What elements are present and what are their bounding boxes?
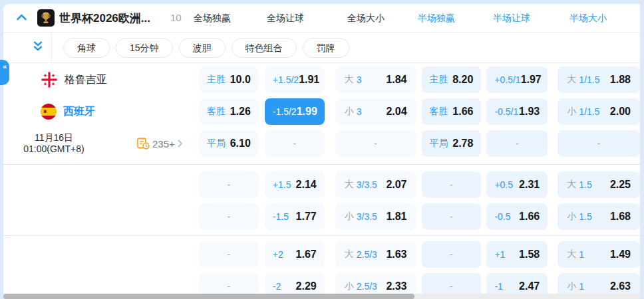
odds-label-group: +0.5 xyxy=(494,179,513,190)
odds-label-group: 大2.5/3 xyxy=(345,249,377,260)
collapse-sidebar-tab[interactable]: « xyxy=(0,60,9,85)
odds-value: 2.33 xyxy=(386,280,406,292)
market-pill-5[interactable]: 罚牌 xyxy=(303,38,349,58)
odds-value: 1.63 xyxy=(386,249,406,260)
scrollbar-thumb[interactable] xyxy=(3,294,414,299)
odds-label-group: +1.5 xyxy=(273,179,291,190)
header-tab-2[interactable]: 全场让球 xyxy=(267,13,304,25)
odds-cell[interactable]: 小32.04 xyxy=(335,98,416,125)
odds-cell[interactable]: 大1.52.25 xyxy=(558,171,640,198)
odds-value: 2.04 xyxy=(386,106,406,118)
home-team-name[interactable]: 格鲁吉亚 xyxy=(65,73,107,87)
odds-cell[interactable]: 主胜10.0 xyxy=(199,66,259,93)
odds-value: 1.84 xyxy=(386,74,406,86)
odds-cell[interactable]: +0.5/11.97 xyxy=(486,66,548,93)
market-pill-3[interactable]: 波胆 xyxy=(179,38,226,58)
odds-cell[interactable]: 主胜8.20 xyxy=(422,66,482,93)
odds-cell[interactable]: 大31.84 xyxy=(335,66,416,93)
odds-value: 1.66 xyxy=(452,106,473,118)
league-title[interactable]: 世界杯2026欧洲... xyxy=(59,11,150,26)
odds-cell[interactable]: -1.51.77 xyxy=(265,203,325,230)
double-chevron-left-icon: « xyxy=(3,62,7,70)
odds-cell[interactable]: 小3/3.51.81 xyxy=(335,203,416,230)
odds-label: 1.5 xyxy=(579,179,591,190)
expand-all-button[interactable] xyxy=(33,41,43,55)
odds-label-group: -1.5 xyxy=(273,211,289,222)
header-tab-3[interactable]: 全场大小 xyxy=(347,13,385,25)
odds-label: +0.5 xyxy=(494,179,513,190)
over-under-direction: 大 xyxy=(567,179,576,191)
odds-cell[interactable]: 小1/1.52.00 xyxy=(558,98,640,125)
odds-label-group: 主胜 xyxy=(430,74,448,86)
over-under-direction: 小 xyxy=(345,280,354,292)
odds-cell[interactable]: +1.5/21.91 xyxy=(265,66,325,93)
odds-label: 3 xyxy=(357,106,362,117)
odds-cell[interactable]: 大2.5/31.63 xyxy=(335,241,416,268)
market-count: 10 xyxy=(170,12,182,23)
market-pill-4[interactable]: 特色组合 xyxy=(232,38,297,58)
odds-cell[interactable]: +0.52.31 xyxy=(486,171,548,198)
header-tab-6[interactable]: 半场大小 xyxy=(569,13,607,25)
odds-value: 2.31 xyxy=(519,179,540,191)
odds-cell[interactable]: 大11.49 xyxy=(558,241,640,268)
header-tab-4[interactable]: 半场独赢 xyxy=(418,13,455,25)
horizontal-scrollbar[interactable] xyxy=(3,294,640,299)
odds-cell[interactable]: 大3/3.52.07 xyxy=(335,171,416,198)
odds-label: 平局 xyxy=(207,138,226,150)
home-team-row: 格鲁吉亚 xyxy=(3,66,107,93)
markets-list-icon xyxy=(137,138,150,150)
odds-cell[interactable]: 客胜1.26 xyxy=(199,98,259,125)
odds-label: 1/1.5 xyxy=(579,74,599,85)
odds-label-group: 大1.5 xyxy=(567,179,591,191)
over-under-direction: 大 xyxy=(345,249,354,260)
odds-label: -1.5 xyxy=(273,211,289,222)
odds-cell[interactable]: -0.51.66 xyxy=(486,203,548,230)
collapse-league-button[interactable] xyxy=(16,13,27,22)
odds-label: -1 xyxy=(494,281,502,292)
odds-label-group: -2 xyxy=(273,281,281,292)
odds-cell[interactable]: -0.5/11.93 xyxy=(486,98,548,125)
away-team-name[interactable]: 西班牙 xyxy=(63,105,95,119)
odds-cell[interactable]: 小1.51.68 xyxy=(558,203,640,230)
odds-label: -0.5/1 xyxy=(494,106,518,117)
market-pill-1[interactable]: 角球 xyxy=(63,38,110,58)
odds-label: +1 xyxy=(494,249,505,260)
odds-label-group: 大3 xyxy=(345,74,362,86)
market-pills: 角球15分钟波胆特色组合罚牌 xyxy=(63,38,349,58)
odds-value: 1.88 xyxy=(610,74,631,86)
header-tab-5[interactable]: 半场让球 xyxy=(493,13,530,25)
odds-value: 2.47 xyxy=(519,280,540,292)
fixture-column: 格鲁吉亚 西班牙 11月16日 xyxy=(3,63,200,299)
odds-cell[interactable]: +1.52.14 xyxy=(265,171,325,198)
odds-content: 主胜10.0+1.5/21.91大31.84主胜8.20+0.5/11.97大1… xyxy=(3,63,640,299)
odds-label-group: 平局 xyxy=(207,138,226,150)
odds-value: 2.78 xyxy=(452,138,473,150)
kickoff-date: 11月16日 xyxy=(3,132,104,144)
odds-label: 3/3.5 xyxy=(357,211,377,222)
odds-value: 6.10 xyxy=(230,138,251,150)
market-pill-2[interactable]: 15分钟 xyxy=(116,38,173,58)
odds-cell[interactable]: 平局6.10 xyxy=(199,130,259,157)
odds-label: -1.5/2 xyxy=(273,106,297,117)
over-under-direction: 大 xyxy=(567,74,576,86)
odds-value: 2.14 xyxy=(296,179,317,191)
odds-label: -2 xyxy=(273,281,281,292)
odds-cell[interactable]: 客胜1.66 xyxy=(422,98,482,125)
more-markets-link[interactable]: 235+ xyxy=(137,130,183,157)
market-toolbar: 角球15分钟波胆特色组合罚牌 xyxy=(3,33,640,63)
odds-label: 1 xyxy=(579,281,584,292)
chevron-up-icon xyxy=(16,13,27,22)
odds-label-group: +2 xyxy=(273,249,283,260)
odds-cell[interactable]: -1.5/21.99 xyxy=(265,98,325,125)
odds-label: 1.5 xyxy=(579,211,591,222)
odds-cell[interactable]: +21.67 xyxy=(265,241,325,268)
odds-label-group: 大1/1.5 xyxy=(567,74,599,86)
odds-cell[interactable]: 大1/1.51.88 xyxy=(558,66,640,93)
odds-cell-empty: - xyxy=(422,171,482,198)
header-tab-1[interactable]: 全场独赢 xyxy=(194,13,231,25)
odds-label: +2 xyxy=(273,249,283,260)
odds-cell[interactable]: +11.58 xyxy=(486,241,548,268)
odds-cell-empty: - xyxy=(558,130,640,157)
league-trophy-icon xyxy=(37,9,55,27)
odds-cell[interactable]: 平局2.78 xyxy=(422,130,482,157)
